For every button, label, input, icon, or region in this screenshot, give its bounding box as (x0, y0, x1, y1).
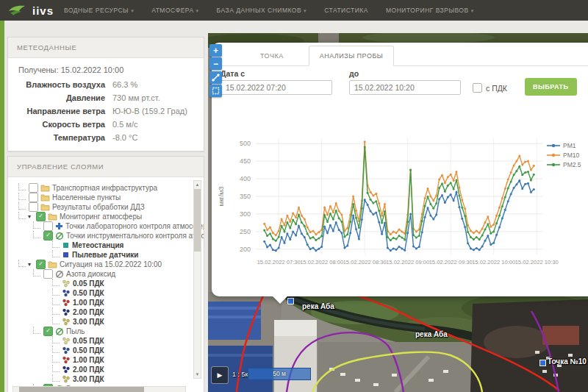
date-to-input[interactable] (349, 80, 461, 95)
layer-checkbox[interactable] (29, 183, 38, 193)
brand-title: iivs (32, 4, 54, 17)
extent-select-button[interactable] (209, 85, 222, 97)
left-accent-strip (0, 21, 4, 392)
scroll-up-icon[interactable]: ▲ (194, 181, 201, 188)
pdk-cluster-icon (62, 308, 71, 316)
layer-label[interactable]: 0.50 ПДК (73, 346, 104, 354)
svg-text:15.02.2022 07:30: 15.02.2022 07:30 (257, 259, 301, 266)
tree-connector (33, 269, 40, 277)
map-popup: ТОЧКААНАЛИЗЫ ПРОБЫ Дата с до с ПДК ВЫБРА… (212, 43, 588, 296)
layer-tree-row: 1.00 ПДК (12, 355, 190, 365)
meteo-row-label: Давление (18, 93, 105, 102)
layer-label[interactable]: Пылевые датчики (72, 251, 138, 259)
layer-label[interactable]: 1.00 ПДК (73, 356, 104, 364)
extent-icon (212, 87, 220, 95)
layer-tree-row: Метеостанция (12, 240, 190, 250)
layer-label[interactable]: 3.00 ПДК (73, 375, 104, 383)
tab-sample-analyses[interactable]: АНАЛИЗЫ ПРОБЫ (309, 46, 395, 66)
pdk-checkbox[interactable]: с ПДК (473, 83, 507, 93)
layer-checkbox[interactable]: ✓ (43, 231, 53, 240)
layer-checkbox[interactable] (43, 221, 53, 231)
tree-connector (33, 327, 40, 334)
meteo-row-value: 730 мм рт.ст. (112, 93, 193, 102)
layer-checkbox[interactable] (43, 269, 53, 279)
layer-label[interactable]: Транспортная инфраструктура (52, 184, 157, 192)
tree-collapse-icon[interactable]: ▾ (28, 261, 35, 268)
coverage-layer-icon (55, 327, 64, 336)
svg-text:мкг/м3: мкг/м3 (218, 186, 225, 206)
tree-collapse-icon[interactable]: ▾ (28, 213, 35, 220)
sidebar: МЕТЕОДАННЫЕ Получены: 15.02.2022 10:00 В… (7, 37, 204, 392)
folder-icon (40, 184, 50, 192)
tab-point[interactable]: ТОЧКА (250, 46, 294, 65)
svg-text:500: 500 (240, 140, 251, 147)
measure-button[interactable] (209, 71, 222, 84)
zoom-out-button[interactable]: − (209, 57, 222, 70)
select-button[interactable]: ВЫБРАТЬ (525, 78, 577, 96)
layer-label[interactable]: Точки инструментального контроля атмосфе… (66, 232, 204, 240)
layer-label[interactable]: 2.00 ПДК (73, 308, 104, 316)
vertical-scroll-thumb[interactable] (194, 189, 201, 252)
zoom-in-button[interactable]: + (209, 44, 222, 57)
svg-text:15.02.2022 08:00: 15.02.2022 08:00 (300, 259, 343, 266)
layer-checkbox[interactable] (29, 193, 38, 202)
layer-tree-row: Точки лабораторного контроля атмосферы (12, 221, 190, 231)
nav-item-3[interactable]: СТАТИСТИКА (324, 7, 368, 14)
map-scale-bar: 50 м (248, 368, 311, 380)
top-nav: iivs ВОДНЫЕ РЕСУРСЫ▾АТМОСФЕРА▾БАЗА ДАННЫ… (0, 0, 588, 21)
tree-connector (52, 307, 60, 315)
layer-checkbox[interactable] (29, 202, 38, 212)
layer-label[interactable]: Мониторинг атмосферы (60, 213, 142, 221)
tree-connector (33, 231, 40, 238)
tree-connector (52, 355, 60, 363)
layers-vertical-scrollbar[interactable]: ▲ ▼ (193, 180, 201, 379)
layer-label[interactable]: Азота диоксид (66, 270, 115, 278)
layer-label[interactable]: 0.05 ПДК (73, 337, 104, 345)
layer-label[interactable]: Метеостанция (72, 241, 123, 249)
meteo-row-value: Ю-Ю-В (159.2 Град) (112, 107, 193, 115)
pdk-cluster-icon (62, 279, 71, 288)
layer-label[interactable]: 0.05 ПДК (73, 279, 104, 288)
layer-label[interactable]: 3.00 ПДК (73, 318, 104, 326)
pdk-checkbox-box[interactable] (473, 83, 482, 93)
meteo-row-label: Скорость ветра (18, 120, 105, 129)
layer-tree-row: Транспортная инфраструктура (12, 183, 190, 193)
tree-connector (52, 365, 60, 372)
nav-item-2[interactable]: БАЗА ДАННЫХ СНИМКОВ▾ (217, 7, 307, 14)
layer-label[interactable]: Населенные пункты (52, 193, 121, 202)
meteo-rows: Влажность воздуха66.3 %Давление730 мм рт… (18, 80, 193, 142)
layer-label[interactable]: 0.50 ПДК (73, 289, 104, 297)
svg-text:PM1: PM1 (563, 142, 576, 149)
scroll-down-icon[interactable]: ▼ (194, 371, 201, 378)
layer-checkbox[interactable]: ✓ (36, 212, 46, 221)
layers-tree: Транспортная инфраструктураНаселенные пу… (8, 177, 204, 392)
layer-tree-row: ▾✓Мониторинг атмосферы (12, 212, 190, 221)
nav-item-1[interactable]: АТМОСФЕРА▾ (151, 7, 198, 14)
svg-text:PM10: PM10 (563, 152, 579, 159)
layer-checkbox[interactable]: ✓ (43, 327, 53, 336)
date-to-label: до (349, 69, 461, 78)
sensor-point-marker[interactable] (539, 360, 546, 366)
coverage-layer-icon (55, 270, 64, 279)
svg-text:400: 400 (240, 175, 251, 182)
layer-label[interactable]: Точки лабораторного контроля атмосферы (65, 222, 204, 230)
folder-icon (48, 213, 57, 221)
layer-label[interactable]: 2.00 ПДК (73, 366, 104, 374)
app-logo-icon (7, 4, 26, 17)
map-area[interactable]: река Абарека АбаТочка №10 + − ▶ 1 : 5к 5… (208, 33, 588, 392)
chevron-down-icon: ▾ (304, 8, 306, 13)
layer-checkbox[interactable]: ✓ (36, 260, 46, 269)
nav-item-0[interactable]: ВОДНЫЕ РЕСУРСЫ▾ (64, 7, 134, 14)
animation-play-button[interactable]: ▶ (211, 366, 229, 384)
meteo-panel-body: Получены: 15.02.2022 10:00 Влажность воз… (8, 58, 204, 151)
layer-label[interactable]: Результаты обработки ДДЗ (52, 203, 145, 211)
layer-label[interactable]: 1.00 ПДК (73, 299, 104, 307)
sensor-point-marker[interactable] (287, 298, 294, 304)
horizontal-scroll-thumb[interactable] (19, 387, 144, 392)
layer-label[interactable]: Ситуация на 15.02.2022 10:00 (60, 260, 162, 268)
date-from-input[interactable] (220, 80, 332, 95)
layer-label[interactable]: Пыль (66, 327, 85, 335)
layers-horizontal-scrollbar[interactable] (12, 386, 186, 392)
nav-item-4[interactable]: МОНИТОРИНГ ВЗРЫВОВ▾ (386, 7, 474, 14)
pdk-cluster-icon (62, 346, 71, 354)
